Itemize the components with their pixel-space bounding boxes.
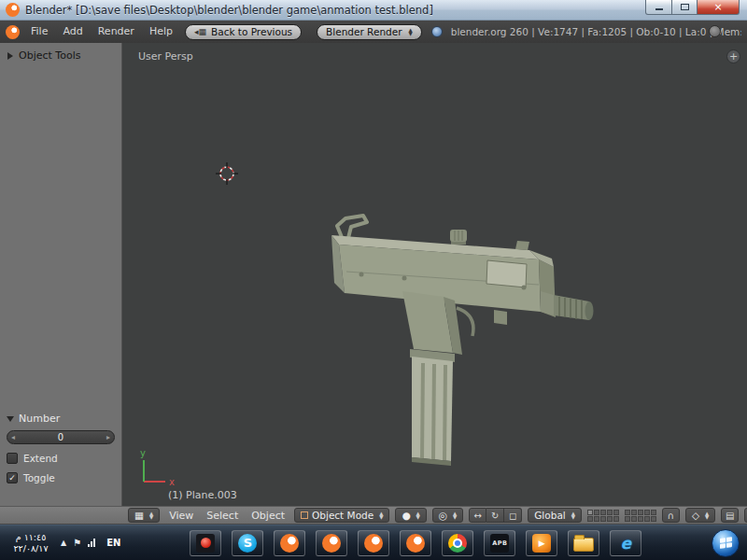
extend-checkbox-row[interactable]: Extend bbox=[7, 453, 115, 464]
windows-taskbar: ١١:٤٥ م ٢٢/٠٨/١٧ ▲ ⚑ EN S APB ▶ e bbox=[0, 525, 747, 560]
clock-time: ١١:٤٥ م bbox=[7, 532, 54, 543]
action-center-flag-icon[interactable]: ⚑ bbox=[73, 538, 81, 548]
render-engine-select[interactable]: Blender Render ▲▼ bbox=[317, 24, 422, 40]
menu-render[interactable]: Render bbox=[92, 21, 141, 43]
extend-label: Extend bbox=[23, 453, 58, 464]
taskbar-app-blender-3[interactable] bbox=[358, 530, 389, 556]
properties-region-toggle[interactable]: + bbox=[726, 49, 740, 63]
viewport-shading-select[interactable]: ● ▲▼ bbox=[395, 508, 426, 523]
object-tools-panel-header[interactable]: Object Tools bbox=[0, 43, 121, 68]
toggle-checkbox-row[interactable]: ✓ Toggle bbox=[7, 472, 115, 483]
viewport-header: ▦ ▲▼ View Select Object Object Mode ▲▼ ●… bbox=[0, 506, 747, 525]
gun-model[interactable] bbox=[331, 216, 594, 466]
viewport-axes: x y bbox=[140, 448, 175, 487]
media-player-icon: ▶ bbox=[532, 534, 551, 553]
rotate-manipulator-button[interactable]: ↻ bbox=[486, 508, 504, 523]
taskbar-app-skype[interactable]: S bbox=[232, 530, 263, 556]
close-icon: × bbox=[713, 1, 722, 13]
blender-icon bbox=[406, 534, 425, 553]
number-value-slider[interactable]: ◂ 0 ▸ bbox=[7, 430, 115, 444]
windows-flag-icon bbox=[720, 537, 732, 549]
panel-collapse-triangle-icon bbox=[7, 52, 13, 60]
window-title: Blender* [D:\save files\Desktop\blender\… bbox=[25, 4, 433, 17]
scale-manipulator-button[interactable]: ◻ bbox=[504, 508, 522, 523]
slider-value: 0 bbox=[58, 432, 63, 442]
minimize-button[interactable] bbox=[645, 0, 672, 15]
maximize-button[interactable] bbox=[672, 0, 698, 15]
back-to-previous-button[interactable]: ◂▦ Back to Previous bbox=[185, 24, 302, 40]
taskbar-app-apb[interactable]: APB bbox=[484, 530, 515, 556]
editor-type-icon: ▦ bbox=[134, 510, 144, 521]
chrome-icon bbox=[448, 534, 467, 553]
tool-shelf: Object Tools Number ◂ 0 ▸ Extend ✓ Toggl… bbox=[0, 43, 122, 506]
object-mode-icon bbox=[301, 511, 308, 519]
chevron-updown-icon: ▲▼ bbox=[149, 511, 153, 520]
axis-y-label: y bbox=[140, 448, 146, 458]
maximize-icon bbox=[681, 4, 689, 10]
apb-icon: APB bbox=[490, 534, 509, 553]
taskbar-clock[interactable]: ١١:٤٥ م ٢٢/٠٨/١٧ bbox=[7, 532, 54, 553]
minimize-icon bbox=[655, 8, 663, 10]
header-end-icon[interactable] bbox=[709, 25, 721, 37]
taskbar-app-chrome[interactable] bbox=[442, 530, 473, 556]
blender-icon bbox=[364, 534, 383, 553]
menu-object[interactable]: Object bbox=[247, 510, 289, 522]
clock-date: ٢٢/٠٨/١٧ bbox=[7, 543, 54, 554]
chevron-updown-icon: ▲▼ bbox=[453, 511, 457, 520]
blender-menu-icon[interactable] bbox=[6, 25, 20, 39]
pivot-point-select[interactable]: ◎ ▲▼ bbox=[432, 508, 463, 523]
snap-element-select[interactable]: ◇ ▲▼ bbox=[685, 508, 715, 523]
mode-select[interactable]: Object Mode ▲▼ bbox=[294, 508, 389, 523]
slider-left-arrow-icon[interactable]: ◂ bbox=[11, 434, 15, 441]
chevron-updown-icon: ▲▼ bbox=[571, 511, 575, 520]
blender-icon bbox=[280, 534, 299, 553]
layers-widget-2[interactable] bbox=[625, 510, 656, 522]
window-caption-buttons: × bbox=[645, 0, 740, 15]
extend-checkbox[interactable] bbox=[7, 453, 18, 464]
menu-file[interactable]: File bbox=[24, 21, 54, 43]
network-icon[interactable] bbox=[88, 539, 95, 547]
translate-manipulator-button[interactable]: ↔ bbox=[469, 508, 486, 523]
slider-right-arrow-icon[interactable]: ▸ bbox=[106, 434, 110, 441]
transform-orientation-select[interactable]: Global ▲▼ bbox=[528, 508, 582, 523]
close-button[interactable]: × bbox=[698, 0, 740, 15]
menu-view[interactable]: View bbox=[165, 510, 197, 522]
chevron-updown-icon: ▲▼ bbox=[379, 511, 383, 520]
blender-app-icon bbox=[6, 3, 20, 17]
blender-info-header: File Add Render Help ◂▦ Back to Previous… bbox=[0, 21, 747, 43]
internet-explorer-icon: e bbox=[621, 534, 632, 553]
taskbar-app-blender-2[interactable] bbox=[316, 530, 347, 556]
menu-select[interactable]: Select bbox=[203, 510, 242, 522]
panel-expand-triangle-icon bbox=[7, 416, 14, 422]
active-object-label: (1) Plane.003 bbox=[168, 489, 237, 501]
start-button[interactable] bbox=[712, 529, 740, 557]
view-perspective-label: User Persp bbox=[138, 50, 193, 63]
editor-type-select[interactable]: ▦ ▲▼ bbox=[128, 508, 160, 523]
3d-viewport[interactable]: x y User Persp (1) Plane.003 + bbox=[122, 43, 747, 506]
scene-statistics: blender.org 260 | Ve:1747 | Fa:1205 | Ob… bbox=[451, 26, 741, 37]
chevron-updown-icon: ▲▼ bbox=[416, 511, 420, 520]
chevron-updown-icon: ▲▼ bbox=[409, 28, 413, 36]
taskbar-app-blender-1[interactable] bbox=[274, 530, 305, 556]
folder-icon bbox=[573, 538, 594, 552]
taskbar-app-ie[interactable]: e bbox=[610, 530, 641, 556]
snap-magnet-button[interactable]: ∩ bbox=[662, 508, 680, 523]
taskbar-app-blender-4[interactable] bbox=[400, 530, 431, 556]
menu-help[interactable]: Help bbox=[143, 21, 179, 43]
taskbar-app-red-media[interactable] bbox=[190, 530, 221, 556]
layers-widget[interactable] bbox=[587, 510, 619, 522]
toggle-checkbox[interactable]: ✓ bbox=[7, 472, 18, 483]
render-still-button[interactable]: ▤ bbox=[721, 508, 739, 523]
window-titlebar[interactable]: Blender* [D:\save files\Desktop\blender\… bbox=[0, 0, 747, 21]
taskbar-apps: S APB ▶ e bbox=[190, 530, 641, 556]
menu-add[interactable]: Add bbox=[56, 21, 89, 43]
manipulator-buttons: ↔ ↻ ◻ bbox=[469, 508, 522, 523]
hidden-icons-arrow-icon[interactable]: ▲ bbox=[61, 539, 66, 547]
blender-org-icon bbox=[431, 26, 443, 37]
axis-x-label: x bbox=[169, 477, 175, 487]
taskbar-app-explorer[interactable] bbox=[568, 530, 599, 556]
taskbar-app-media-player[interactable]: ▶ bbox=[526, 530, 557, 556]
language-indicator[interactable]: EN bbox=[102, 536, 125, 550]
checkmark-icon: ✓ bbox=[8, 473, 16, 483]
3d-cursor bbox=[216, 162, 238, 185]
